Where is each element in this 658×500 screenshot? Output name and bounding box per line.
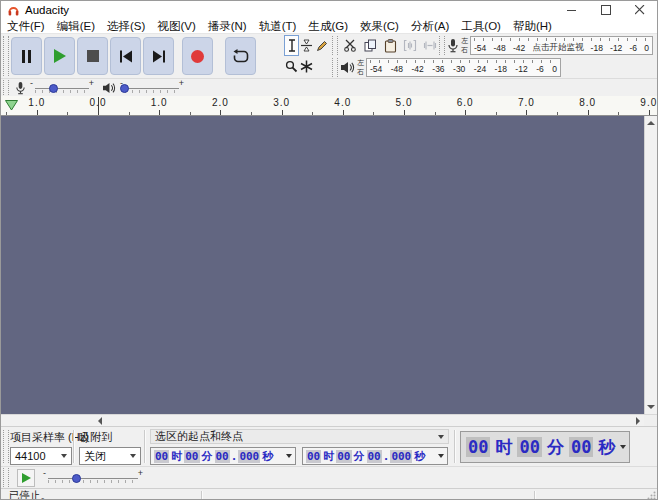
menu-item-help[interactable]: 帮助(H): [507, 19, 558, 33]
menu-item-file[interactable]: 文件(F): [1, 19, 51, 33]
timeline-ruler[interactable]: 1.00.01.02.03.04.05.06.07.08.09.0: [1, 96, 657, 116]
toolbar-grip[interactable]: [3, 36, 9, 76]
window-title: Audacity: [25, 4, 69, 16]
toolbar-dock: 左右 -54-48-42点击开始监视-18-12-60 左右 -54-48-42…: [1, 34, 657, 79]
ruler-tick: [404, 110, 405, 115]
recording-volume-slider[interactable]: - +: [30, 80, 94, 95]
time-digits[interactable]: 000: [238, 450, 260, 463]
menu-item-effect[interactable]: 效果(C): [354, 19, 405, 33]
time-digits[interactable]: 00: [336, 450, 351, 463]
pinned-play-head-icon[interactable]: [5, 100, 18, 111]
menu-item-transport[interactable]: 播录(N): [202, 19, 253, 33]
meter-scale-label: -36: [432, 64, 444, 74]
menu-item-edit[interactable]: 编辑(E): [51, 19, 101, 33]
ruler-time-label: 6.0: [457, 97, 474, 108]
slider-min-label: -: [43, 468, 46, 478]
dropdown-arrow-icon: [61, 454, 67, 458]
time-digits[interactable]: 00: [569, 437, 593, 457]
ruler-time-label: 9.0: [640, 97, 657, 108]
time-digits[interactable]: 00: [466, 437, 490, 457]
zoom-tool-button[interactable]: [284, 56, 299, 77]
selection-tool-button[interactable]: [284, 35, 299, 56]
pause-button[interactable]: [11, 37, 42, 75]
project-rate-combobox[interactable]: 44100: [10, 447, 72, 465]
dropdown-arrow-icon[interactable]: [620, 445, 626, 449]
envelope-tool-button[interactable]: [299, 35, 314, 56]
playback-volume-slider[interactable]: - +: [120, 80, 184, 95]
scroll-up-button[interactable]: [645, 116, 657, 130]
meter-scale-label: -42: [513, 43, 525, 53]
recording-meter[interactable]: -54-48-42点击开始监视-18-12-60: [470, 36, 653, 55]
slider-track[interactable]: [125, 88, 179, 89]
record-icon: [191, 50, 204, 63]
time-digits[interactable]: 00: [367, 450, 382, 463]
selection-range-mode-dropdown[interactable]: 选区的起点和终点: [150, 429, 449, 444]
title-bar: Audacity: [1, 1, 657, 19]
slider-track[interactable]: [35, 88, 89, 89]
menu-item-view[interactable]: 视图(V): [151, 19, 201, 33]
play-at-speed-button[interactable]: [17, 469, 35, 487]
play-speed-slider[interactable]: - +: [43, 470, 143, 485]
toolbar-grip[interactable]: [3, 430, 9, 463]
menu-item-generate[interactable]: 生成(G): [302, 19, 354, 33]
time-digits[interactable]: 00: [154, 450, 169, 463]
slider-track[interactable]: [48, 478, 138, 479]
time-digits[interactable]: 00: [306, 450, 321, 463]
scroll-left-button[interactable]: [93, 415, 106, 426]
time-digits[interactable]: 00: [517, 437, 541, 457]
audio-position-field[interactable]: 00时00分00秒: [460, 431, 630, 463]
menu-item-tracks[interactable]: 轨道(T): [253, 19, 303, 33]
record-button[interactable]: [182, 37, 213, 75]
monitor-start-text[interactable]: 点击开始监视: [532, 42, 583, 54]
selection-end-field[interactable]: 00时00分00.000秒: [302, 447, 448, 465]
time-digits[interactable]: 00: [215, 450, 230, 463]
ruler-tick: [526, 110, 527, 115]
slider-max-label: +: [89, 78, 94, 88]
multi-tool-button[interactable]: [299, 56, 314, 77]
toolbar-grip[interactable]: [332, 36, 338, 55]
scrollbar-corner: [644, 414, 657, 426]
scroll-down-button[interactable]: [645, 400, 657, 414]
menu-item-analyze[interactable]: 分析(A): [405, 19, 455, 33]
play-speed-thumb[interactable]: [72, 474, 81, 483]
time-digits[interactable]: 000: [390, 450, 412, 463]
menu-item-tools[interactable]: 工具(O): [455, 19, 507, 33]
selection-start-field[interactable]: 00时00分00.000秒: [150, 447, 296, 465]
horizontal-scrollbar[interactable]: [1, 414, 644, 426]
draw-tool-button[interactable]: [314, 35, 329, 56]
toolbar-grip[interactable]: [332, 58, 338, 77]
silence-selection-button[interactable]: [420, 36, 440, 56]
separator: [534, 491, 536, 499]
minimize-button[interactable]: [555, 1, 589, 19]
skip-to-start-icon: [119, 50, 133, 63]
copy-button[interactable]: [360, 36, 380, 56]
track-area[interactable]: [1, 116, 644, 414]
toolbar-grip[interactable]: [439, 36, 445, 55]
skip-to-end-button[interactable]: [143, 37, 174, 75]
snap-to-value: 关闭: [84, 449, 106, 464]
speaker-icon: [340, 61, 355, 74]
toolbar-grip[interactable]: [3, 80, 9, 95]
dropdown-arrow-icon[interactable]: [286, 454, 292, 458]
skip-to-start-button[interactable]: [110, 37, 141, 75]
dropdown-arrow-icon[interactable]: [438, 454, 444, 458]
time-digits[interactable]: 00: [184, 450, 199, 463]
paste-button[interactable]: [380, 36, 400, 56]
play-button[interactable]: [44, 37, 75, 75]
cut-button[interactable]: [340, 36, 360, 56]
playback-meter[interactable]: -54-48-42-36-30-24-18-12-60: [366, 58, 561, 77]
trim-outside-selection-button[interactable]: [400, 36, 420, 56]
resize-grip-icon[interactable]: [647, 491, 656, 500]
stop-button[interactable]: [77, 37, 108, 75]
loop-button[interactable]: [225, 37, 256, 75]
ruler-tick: [159, 110, 160, 115]
ruler-tick: [557, 112, 558, 115]
menu-item-select[interactable]: 选择(S): [101, 19, 151, 33]
snap-to-combobox[interactable]: 关闭: [79, 447, 141, 465]
vertical-scrollbar[interactable]: [644, 116, 657, 414]
scroll-right-button[interactable]: [631, 415, 644, 426]
recording-volume-thumb[interactable]: [49, 84, 58, 93]
maximize-button[interactable]: [589, 1, 623, 19]
close-button[interactable]: [623, 1, 657, 19]
toolbar-grip[interactable]: [3, 468, 9, 487]
